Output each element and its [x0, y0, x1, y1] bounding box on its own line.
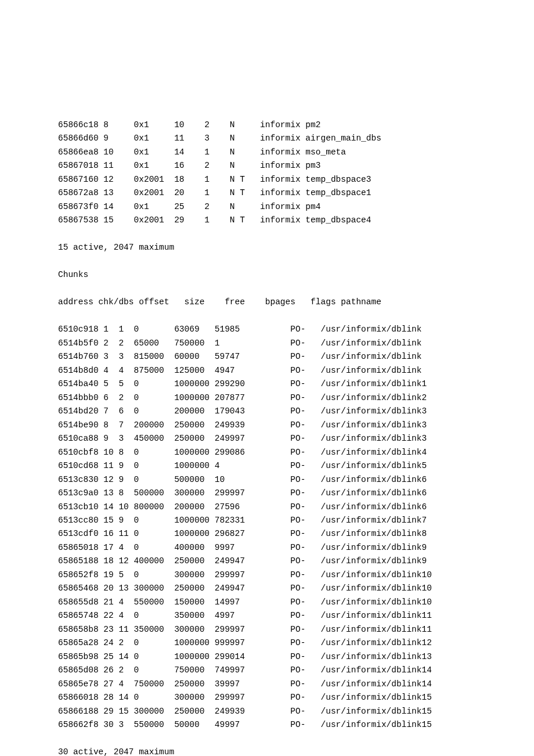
- dbspace-summary: 15 active, 2047 maximum: [58, 241, 476, 254]
- dbspace-list: 65866c18 8 0x1 10 2 N informix pm2 65866…: [58, 118, 476, 228]
- chunks-header: address chk/dbs offset size free bpages …: [58, 296, 476, 309]
- chunks-heading: Chunks: [58, 268, 476, 282]
- chunks-list: 6510c918 1 1 0 63069 51985 PO- /usr/info…: [58, 323, 476, 732]
- chunks-summary: 30 active, 2047 maximum: [58, 746, 476, 756]
